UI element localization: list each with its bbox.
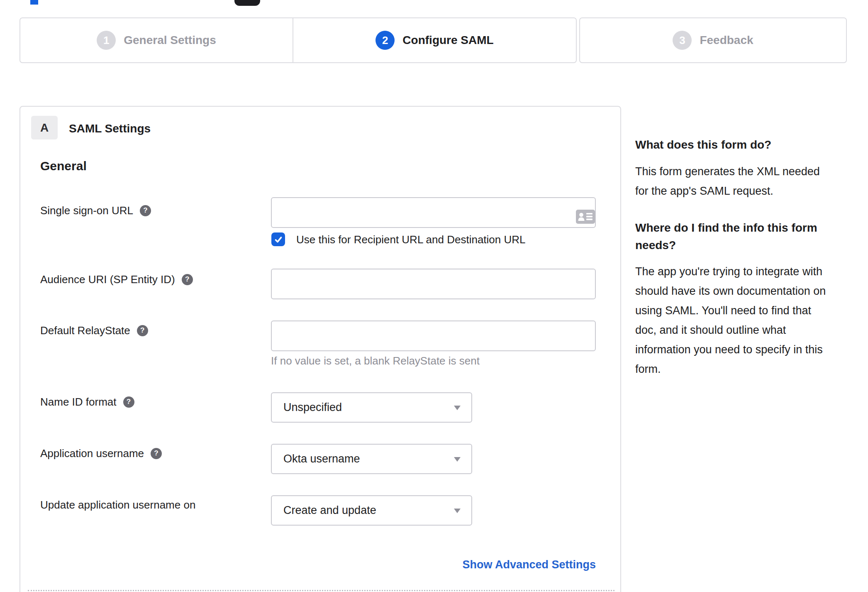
recipient-url-checkbox-label: Use this for Recipient URL and Destinati… [296, 233, 526, 247]
name-id-format-value: Unspecified [283, 401, 342, 414]
checkmark-icon [274, 235, 283, 244]
wizard-stepper: 1 General Settings 2 Configure SAML [20, 17, 577, 63]
audience-uri-input[interactable] [271, 269, 596, 299]
update-username-label-row: Update application username on [40, 498, 195, 511]
sidebar-paragraph-what: This form generates the XML needed for t… [635, 162, 859, 201]
help-icon[interactable]: ? [140, 205, 151, 216]
update-username-select[interactable]: Create and update [271, 495, 472, 526]
relaystate-label: Default RelayState [40, 324, 130, 337]
help-icon[interactable]: ? [151, 448, 162, 459]
step-3-label: Feedback [700, 34, 753, 47]
sso-url-label: Single sign-on URL [40, 204, 133, 217]
audience-uri-label: Audience URI (SP Entity ID) [40, 273, 175, 286]
show-advanced-settings-link[interactable]: Show Advanced Settings [271, 558, 596, 571]
step-3-number-badge: 3 [673, 31, 692, 50]
contact-card-icon[interactable] [576, 210, 595, 224]
help-icon[interactable]: ? [182, 274, 193, 285]
update-username-label: Update application username on [40, 499, 195, 511]
audience-uri-label-row: Audience URI (SP Entity ID) ? [40, 273, 193, 286]
panel-title: SAML Settings [69, 122, 151, 135]
section-a-badge: A [31, 116, 58, 139]
recipient-url-checkbox[interactable] [271, 232, 285, 246]
saml-settings-panel: A SAML Settings General Single sign-on U… [20, 106, 621, 592]
relaystate-label-row: Default RelayState ? [40, 324, 148, 337]
app-username-value: Okta username [283, 453, 360, 465]
help-icon[interactable]: ? [123, 396, 134, 408]
step-2-label: Configure SAML [402, 34, 493, 47]
general-section-title: General [40, 159, 87, 173]
name-id-format-label-row: Name ID format ? [40, 395, 134, 409]
update-username-value: Create and update [283, 504, 376, 517]
sidebar-heading-what: What does this form do? [635, 136, 849, 154]
help-icon[interactable]: ? [137, 325, 148, 336]
cutoff-link-fragment [30, 0, 38, 5]
relaystate-hint: If no value is set, a blank RelayState i… [271, 355, 480, 367]
step-2-number-badge: 2 [375, 31, 395, 50]
app-username-label-row: Application username ? [40, 447, 162, 460]
sso-url-input[interactable] [271, 197, 596, 228]
chevron-down-icon [454, 457, 461, 462]
sidebar-paragraph-where: The app you're trying to integrate with … [635, 262, 859, 379]
cutoff-icon-fragment [234, 0, 260, 6]
name-id-format-label: Name ID format [40, 396, 117, 409]
app-username-select[interactable]: Okta username [271, 444, 472, 474]
relaystate-input[interactable] [271, 320, 596, 351]
section-divider [28, 590, 614, 591]
step-configure-saml[interactable]: 2 Configure SAML [293, 18, 576, 62]
step-feedback[interactable]: 3 Feedback [579, 17, 847, 63]
app-username-label: Application username [40, 447, 144, 460]
step-1-label: General Settings [124, 34, 216, 47]
chevron-down-icon [454, 406, 461, 410]
sso-url-label-row: Single sign-on URL ? [40, 204, 151, 217]
name-id-format-select[interactable]: Unspecified [271, 392, 472, 423]
chevron-down-icon [454, 509, 461, 513]
step-general-settings[interactable]: 1 General Settings [20, 18, 293, 62]
step-1-number-badge: 1 [97, 31, 116, 50]
sidebar-heading-where: Where do I find the info this form needs… [635, 219, 849, 254]
